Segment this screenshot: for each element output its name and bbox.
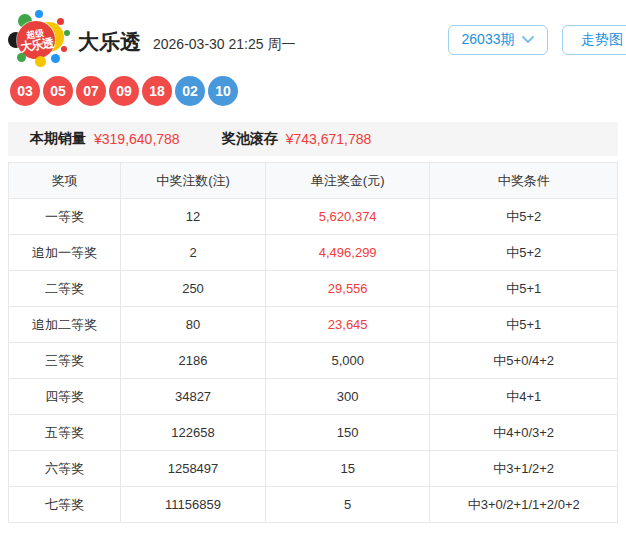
front-ball: 05 xyxy=(43,76,73,106)
sales-info-bar: 本期销量 ¥319,640,788 奖池滚存 ¥743,671,788 xyxy=(8,122,618,156)
super-lotto-logo: 超级 大乐透 xyxy=(8,10,70,68)
prize-count: 80 xyxy=(121,307,266,343)
table-row: 追加一等奖 2 4,496,299 中5+2 xyxy=(9,235,618,271)
header: 超级 大乐透 大乐透 2026-03-30 21:25 周一 26033期 走势… xyxy=(0,0,626,70)
front-ball: 18 xyxy=(142,76,172,106)
jackpot-label: 奖池滚存 xyxy=(222,130,278,148)
prize-count: 1258497 xyxy=(121,451,266,487)
prize-name: 二等奖 xyxy=(9,271,121,307)
table-row: 一等奖 12 5,620,374 中5+2 xyxy=(9,199,618,235)
col-header-prize: 奖项 xyxy=(9,163,121,199)
prize-name: 追加一等奖 xyxy=(9,235,121,271)
issue-select-label: 26033期 xyxy=(462,31,515,49)
logo-dot xyxy=(57,18,64,25)
prize-amount: 5 xyxy=(265,487,429,523)
back-ball: 02 xyxy=(175,76,205,106)
prize-amount: 150 xyxy=(265,415,429,451)
prize-amount: 23,645 xyxy=(265,307,429,343)
front-ball: 09 xyxy=(109,76,139,106)
logo-text-line2: 大乐透 xyxy=(19,36,53,53)
logo-dot xyxy=(17,53,26,62)
table-row: 四等奖 34827 300 中4+1 xyxy=(9,379,618,415)
prize-condition: 中5+2 xyxy=(430,235,618,271)
col-header-condition: 中奖条件 xyxy=(430,163,618,199)
table-header-row: 奖项 中奖注数(注) 单注奖金(元) 中奖条件 xyxy=(9,163,618,199)
table-row: 七等奖 11156859 5 中3+0/2+1/1+2/0+2 xyxy=(9,487,618,523)
trend-chart-button[interactable]: 走势图 xyxy=(562,25,626,55)
prize-name: 五等奖 xyxy=(9,415,121,451)
prize-name: 四等奖 xyxy=(9,379,121,415)
prize-amount: 300 xyxy=(265,379,429,415)
prize-condition: 中3+1/2+2 xyxy=(430,451,618,487)
logo-dot xyxy=(35,10,43,18)
prize-count: 12 xyxy=(121,199,266,235)
prize-count: 122658 xyxy=(121,415,266,451)
jackpot-value: ¥743,671,788 xyxy=(286,131,372,147)
page-title: 大乐透 xyxy=(78,28,141,56)
front-ball: 03 xyxy=(10,76,40,106)
prize-amount: 5,620,374 xyxy=(265,199,429,235)
table-row: 二等奖 250 29,556 中5+1 xyxy=(9,271,618,307)
prize-count: 2186 xyxy=(121,343,266,379)
prize-amount: 29,556 xyxy=(265,271,429,307)
prize-amount: 15 xyxy=(265,451,429,487)
prize-count: 11156859 xyxy=(121,487,266,523)
col-header-amount: 单注奖金(元) xyxy=(265,163,429,199)
prize-name: 追加二等奖 xyxy=(9,307,121,343)
table-row: 六等奖 1258497 15 中3+1/2+2 xyxy=(9,451,618,487)
prize-condition: 中5+0/4+2 xyxy=(430,343,618,379)
trend-chart-label: 走势图 xyxy=(581,31,623,49)
prize-name: 六等奖 xyxy=(9,451,121,487)
logo-dot xyxy=(64,30,70,36)
prize-amount: 4,496,299 xyxy=(265,235,429,271)
front-ball: 07 xyxy=(76,76,106,106)
title-area: 大乐透 2026-03-30 21:25 周一 xyxy=(78,28,295,56)
prize-condition: 中4+0/3+2 xyxy=(430,415,618,451)
logo-dot xyxy=(61,46,67,52)
logo-dot xyxy=(35,56,46,67)
lottery-result-page: 超级 大乐透 大乐透 2026-03-30 21:25 周一 26033期 走势… xyxy=(0,0,626,535)
draw-datetime: 2026-03-30 21:25 周一 xyxy=(153,36,295,54)
prize-table: 奖项 中奖注数(注) 单注奖金(元) 中奖条件 一等奖 12 5,620,374… xyxy=(8,162,618,523)
prize-name: 三等奖 xyxy=(9,343,121,379)
prize-condition: 中5+1 xyxy=(430,271,618,307)
prize-count: 34827 xyxy=(121,379,266,415)
drawn-numbers: 03 05 07 09 18 02 10 xyxy=(10,76,241,106)
chevron-down-icon xyxy=(522,36,534,44)
prize-condition: 中5+1 xyxy=(430,307,618,343)
sales-value: ¥319,640,788 xyxy=(94,131,180,147)
logo-dot xyxy=(51,54,60,63)
prize-name: 一等奖 xyxy=(9,199,121,235)
table-row: 三等奖 2186 5,000 中5+0/4+2 xyxy=(9,343,618,379)
issue-select-dropdown[interactable]: 26033期 xyxy=(448,25,548,55)
back-ball: 10 xyxy=(208,76,238,106)
prize-amount: 5,000 xyxy=(265,343,429,379)
prize-count: 250 xyxy=(121,271,266,307)
prize-condition: 中5+2 xyxy=(430,199,618,235)
prize-condition: 中4+1 xyxy=(430,379,618,415)
table-row: 追加二等奖 80 23,645 中5+1 xyxy=(9,307,618,343)
table-row: 五等奖 122658 150 中4+0/3+2 xyxy=(9,415,618,451)
prize-count: 2 xyxy=(121,235,266,271)
prize-condition: 中3+0/2+1/1+2/0+2 xyxy=(430,487,618,523)
sales-label: 本期销量 xyxy=(30,130,86,148)
header-buttons: 26033期 走势图 xyxy=(448,25,626,55)
col-header-count: 中奖注数(注) xyxy=(121,163,266,199)
prize-name: 七等奖 xyxy=(9,487,121,523)
